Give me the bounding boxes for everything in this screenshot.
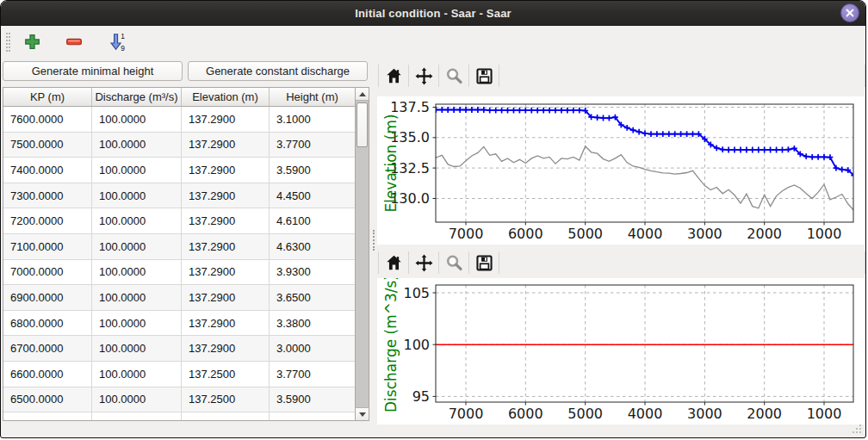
x-tick-label: 3000 xyxy=(687,226,722,242)
cell-discharge[interactable]: 100.0000 xyxy=(92,183,182,208)
cell-height[interactable]: 3.7700 xyxy=(270,362,355,387)
cell-discharge[interactable]: 100.0000 xyxy=(92,133,182,158)
add-row-button[interactable] xyxy=(19,29,45,55)
cell-elevation[interactable]: 137.2900 xyxy=(182,208,270,233)
title-bar[interactable]: Initial condition - Saar - Saar xyxy=(1,1,865,26)
cell-kp[interactable]: 6800.0000 xyxy=(3,311,92,336)
cell-discharge[interactable]: 100.0000 xyxy=(92,158,182,183)
discharge-plot[interactable]: 700060005000400030002000100010510095Disc… xyxy=(377,278,865,425)
save-button[interactable] xyxy=(469,250,499,276)
table-row[interactable]: 6800.0000 100.0000 137.2900 3.3800 xyxy=(3,311,355,337)
cell-discharge[interactable]: 100.0000 xyxy=(92,260,182,285)
scrollbar-thumb[interactable] xyxy=(356,102,368,147)
cell-height[interactable]: 3.5900 xyxy=(270,387,355,412)
panel-splitter[interactable] xyxy=(371,58,376,437)
cell-elevation[interactable]: 137.2900 xyxy=(182,133,270,158)
table-scrollbar[interactable] xyxy=(355,88,369,420)
column-header-elevation[interactable]: Elevation (m) xyxy=(182,88,270,106)
generate-minimal-height-button[interactable]: Generate minimal height xyxy=(3,61,183,81)
cell-elevation[interactable]: 137.2900 xyxy=(182,234,270,259)
cell-elevation[interactable]: 137.2900 xyxy=(182,285,270,310)
cell-elevation[interactable]: 137.2900 xyxy=(182,260,270,285)
home-button[interactable] xyxy=(379,63,408,89)
cell-elevation[interactable]: 137.2900 xyxy=(182,336,270,361)
table-row-empty[interactable] xyxy=(3,412,355,420)
cell-kp[interactable]: 6500.0000 xyxy=(3,387,92,412)
column-header-height[interactable]: Height (m) xyxy=(270,88,355,106)
cell-height[interactable]: 3.9300 xyxy=(270,260,355,285)
cell-discharge[interactable]: 100.0000 xyxy=(92,208,182,233)
cell-discharge[interactable]: 100.0000 xyxy=(92,336,182,361)
table-row[interactable]: 6500.0000 100.0000 137.2500 3.5900 xyxy=(3,387,355,413)
cell-height[interactable]: 3.3800 xyxy=(270,311,355,336)
cell-elevation[interactable]: 137.2900 xyxy=(182,107,270,132)
cell-height[interactable]: 3.6500 xyxy=(270,285,355,310)
cell-kp[interactable]: 6600.0000 xyxy=(3,362,92,387)
cell-kp[interactable]: 7000.0000 xyxy=(3,260,92,285)
x-tick-label: 2000 xyxy=(747,406,782,422)
cell-elevation[interactable]: 137.2500 xyxy=(182,362,270,387)
cell-discharge[interactable]: 100.0000 xyxy=(92,362,182,387)
table-header: KP (m) Discharge (m³/s) Elevation (m) He… xyxy=(3,88,369,107)
table-row[interactable]: 6900.0000 100.0000 137.2900 3.6500 xyxy=(3,285,355,311)
cell-kp[interactable]: 7300.0000 xyxy=(3,183,92,208)
cell-kp[interactable] xyxy=(3,412,92,420)
remove-row-button[interactable] xyxy=(61,29,87,55)
cell-height[interactable]: 4.6300 xyxy=(270,234,355,259)
toolbar-drag-handle[interactable] xyxy=(6,33,10,52)
table-row[interactable]: 6600.0000 100.0000 137.2500 3.7700 xyxy=(3,362,355,387)
home-button[interactable] xyxy=(379,250,408,276)
cell-height[interactable]: 3.0000 xyxy=(270,336,355,361)
cell-kp[interactable]: 7200.0000 xyxy=(3,208,92,233)
cell-elevation[interactable]: 137.2500 xyxy=(182,387,270,412)
table-row[interactable]: 7500.0000 100.0000 137.2900 3.7700 xyxy=(3,133,355,158)
table-row[interactable]: 7600.0000 100.0000 137.2900 3.1000 xyxy=(3,107,355,133)
table-row[interactable]: 7300.0000 100.0000 137.2900 4.4500 xyxy=(3,183,355,209)
cell-discharge[interactable]: 100.0000 xyxy=(92,311,182,336)
cell-discharge[interactable]: 100.0000 xyxy=(92,107,182,132)
zoom-icon xyxy=(444,66,464,86)
close-button[interactable] xyxy=(840,3,859,22)
pan-button[interactable] xyxy=(409,250,438,276)
cell-kp[interactable]: 7600.0000 xyxy=(3,107,92,132)
pan-button[interactable] xyxy=(409,63,438,89)
table-row[interactable]: 7400.0000 100.0000 137.2900 3.5900 xyxy=(3,158,355,183)
cell-kp[interactable]: 7100.0000 xyxy=(3,234,92,259)
cell-elevation[interactable]: 137.2900 xyxy=(182,158,270,183)
resize-grip[interactable] xyxy=(852,424,862,434)
zoom-button[interactable] xyxy=(439,250,468,276)
sort-bottom-label: 9 xyxy=(121,44,125,52)
generate-constant-discharge-button[interactable]: Generate constant discharge xyxy=(188,61,368,81)
cell-discharge[interactable]: 100.0000 xyxy=(92,387,182,412)
cell-discharge[interactable] xyxy=(92,412,182,420)
cell-height[interactable] xyxy=(270,412,355,420)
elevation-plot[interactable]: 7000600050004000300020001000137.5135.013… xyxy=(377,96,865,245)
cell-discharge[interactable]: 100.0000 xyxy=(92,285,182,310)
scroll-down-button[interactable] xyxy=(356,407,369,420)
cell-discharge[interactable]: 100.0000 xyxy=(92,234,182,259)
table-row[interactable]: 6700.0000 100.0000 137.2900 3.0000 xyxy=(3,336,355,362)
cell-kp[interactable]: 6900.0000 xyxy=(3,285,92,310)
cell-kp[interactable]: 7400.0000 xyxy=(3,158,92,183)
cell-height[interactable]: 3.7700 xyxy=(270,133,355,158)
cell-elevation[interactable]: 137.2900 xyxy=(182,183,270,208)
cell-height[interactable]: 4.6100 xyxy=(270,208,355,233)
cell-elevation[interactable]: 137.2900 xyxy=(182,311,270,336)
zoom-button[interactable] xyxy=(439,63,468,89)
column-header-discharge[interactable]: Discharge (m³/s) xyxy=(92,88,182,106)
table-row[interactable]: 7100.0000 100.0000 137.2900 4.6300 xyxy=(3,234,355,260)
cell-kp[interactable]: 7500.0000 xyxy=(3,133,92,158)
cell-elevation[interactable] xyxy=(182,412,270,420)
sort-rows-button[interactable]: 1 9 xyxy=(103,29,129,55)
scroll-up-button[interactable] xyxy=(356,88,369,101)
table-row[interactable]: 7000.0000 100.0000 137.2900 3.9300 xyxy=(3,260,355,286)
x-tick-label: 7000 xyxy=(449,406,484,422)
cell-height[interactable]: 3.1000 xyxy=(270,107,355,132)
cell-height[interactable]: 4.4500 xyxy=(270,183,355,208)
add-row-icon xyxy=(23,33,41,51)
column-header-kp[interactable]: KP (m) xyxy=(3,88,92,106)
save-button[interactable] xyxy=(469,63,499,89)
table-row[interactable]: 7200.0000 100.0000 137.2900 4.6100 xyxy=(3,208,355,234)
cell-height[interactable]: 3.5900 xyxy=(270,158,355,183)
cell-kp[interactable]: 6700.0000 xyxy=(3,336,92,361)
